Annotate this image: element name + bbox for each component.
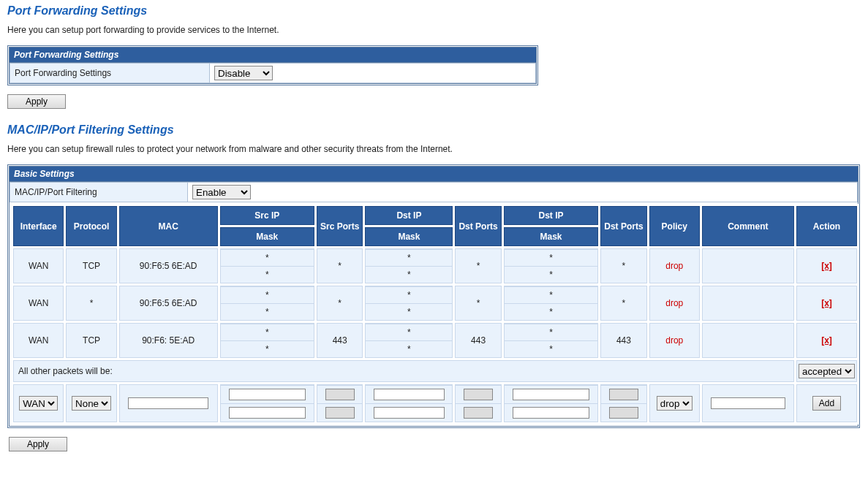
th-interface: Interface xyxy=(13,206,64,246)
add-dstports-input-a[interactable] xyxy=(464,389,493,400)
cell-srcip: ** xyxy=(220,286,314,321)
other-packets-label: All other packets will be: xyxy=(13,360,794,382)
th-mac: MAC xyxy=(119,206,218,246)
cell-action: [x] xyxy=(796,323,857,358)
cell-srcip: ** xyxy=(220,323,314,358)
cell-dstip2-mask: * xyxy=(505,267,597,283)
th-policy: Policy xyxy=(649,206,700,246)
port-forwarding-row-label: Port Forwarding Settings xyxy=(10,64,210,83)
add-srcports-input-b[interactable] xyxy=(325,407,355,419)
cell-protocol: TCP xyxy=(66,248,116,283)
other-packets-select[interactable]: accepted xyxy=(799,364,855,378)
th-srcip: Src IP xyxy=(220,206,314,225)
add-dstmask-input[interactable] xyxy=(374,407,445,419)
cell-dstip2: ** xyxy=(504,286,598,321)
cell-srcip-value: * xyxy=(221,324,314,341)
cell-dstip-value: * xyxy=(366,250,452,267)
cell-dstip: ** xyxy=(365,248,453,283)
filtering-panel: Basic Settings MAC/IP/Port Filtering Ena… xyxy=(7,164,860,428)
port-forwarding-panel: Port Forwarding Settings Port Forwarding… xyxy=(7,45,538,85)
cell-srcip-value: * xyxy=(221,250,314,267)
cell-protocol: TCP xyxy=(66,323,116,358)
add-dstip2-input[interactable] xyxy=(513,389,589,400)
th-srcmask: Mask xyxy=(220,227,314,246)
delete-rule-link[interactable]: [x] xyxy=(821,261,832,271)
port-forwarding-apply-button[interactable]: Apply xyxy=(7,94,66,109)
th-protocol: Protocol xyxy=(66,206,116,246)
filtering-desc: Here you can setup firewall rules to pro… xyxy=(7,144,861,154)
cell-comment xyxy=(702,248,794,283)
filtering-row-label: MAC/IP/Port Filtering xyxy=(10,183,188,202)
cell-dstip: ** xyxy=(365,323,453,358)
delete-rule-link[interactable]: [x] xyxy=(821,298,832,308)
cell-dstip-mask: * xyxy=(366,341,452,358)
cell-interface: WAN xyxy=(13,286,64,321)
table-row: WANTCP90:F6:5 6E:AD*********drop[x] xyxy=(13,248,857,283)
cell-dstip2-value: * xyxy=(505,250,597,267)
add-srcports-input-a[interactable] xyxy=(325,389,355,400)
filtering-title: MAC/IP/Port Filtering Settings xyxy=(7,123,861,137)
cell-srcip-value: * xyxy=(221,287,314,304)
th-comment: Comment xyxy=(702,206,794,246)
delete-rule-link[interactable]: [x] xyxy=(821,335,832,346)
cell-srcip-mask: * xyxy=(221,341,314,358)
cell-srcip-mask: * xyxy=(221,304,314,321)
cell-srcports: * xyxy=(317,286,363,321)
cell-dstports: * xyxy=(455,286,501,321)
add-mac-input[interactable] xyxy=(128,397,208,409)
cell-dstports2: 443 xyxy=(600,323,646,358)
cell-mac: 90:F6:5 6E:AD xyxy=(119,286,218,321)
table-row: WAN*90:F6:5 6E:AD*********drop[x] xyxy=(13,286,857,321)
cell-dstports: 443 xyxy=(455,323,501,358)
port-forwarding-select[interactable]: Disable xyxy=(214,66,273,80)
add-srcmask-input[interactable] xyxy=(229,407,306,419)
add-dstmask2-input[interactable] xyxy=(513,407,589,419)
cell-dstip-mask: * xyxy=(366,267,452,283)
cell-dstip2: ** xyxy=(504,323,598,358)
cell-dstip-mask: * xyxy=(366,304,452,321)
cell-interface: WAN xyxy=(13,248,64,283)
cell-dstip2-value: * xyxy=(505,287,597,304)
th-dstports2: Dst Ports xyxy=(600,206,646,246)
add-dstports2-input-b[interactable] xyxy=(609,407,638,419)
cell-dstip2: ** xyxy=(504,248,598,283)
cell-dstports2: * xyxy=(600,248,646,283)
th-dstip2: Dst IP xyxy=(504,206,598,225)
add-srcip-input[interactable] xyxy=(229,389,306,400)
cell-dstports: * xyxy=(455,248,501,283)
cell-srcip: ** xyxy=(220,248,314,283)
add-protocol-select[interactable]: None xyxy=(72,396,111,411)
add-dstports2-input-a[interactable] xyxy=(609,389,638,400)
cell-srcports: * xyxy=(317,248,363,283)
add-dstip-input[interactable] xyxy=(374,389,445,400)
port-forwarding-desc: Here you can setup port forwarding to pr… xyxy=(7,25,861,35)
cell-comment xyxy=(702,323,794,358)
th-dstmask: Mask xyxy=(365,227,453,246)
add-rule-button[interactable]: Add xyxy=(812,396,841,411)
filtering-apply-button[interactable]: Apply xyxy=(9,437,67,451)
cell-dstip-value: * xyxy=(366,324,452,341)
th-srcports: Src Ports xyxy=(317,206,363,246)
add-interface-select[interactable]: WAN xyxy=(19,396,58,411)
cell-action: [x] xyxy=(796,286,857,321)
port-forwarding-title: Port Forwarding Settings xyxy=(7,4,861,18)
cell-action: [x] xyxy=(796,248,857,283)
cell-interface: WAN xyxy=(13,323,64,358)
th-dstmask2: Mask xyxy=(504,227,598,246)
th-dstip: Dst IP xyxy=(365,206,453,225)
filtering-rules-table: Interface Protocol MAC Src IP Src Ports … xyxy=(11,204,859,424)
add-policy-select[interactable]: drop xyxy=(657,396,692,411)
add-comment-input[interactable] xyxy=(711,397,785,409)
cell-mac: 90:F6:5 6E:AD xyxy=(119,248,218,283)
filtering-enable-select[interactable]: Enable xyxy=(192,185,251,199)
cell-policy: drop xyxy=(649,323,700,358)
cell-srcip-mask: * xyxy=(221,267,314,283)
cell-comment xyxy=(702,286,794,321)
add-dstports-input-b[interactable] xyxy=(464,407,493,419)
cell-policy: drop xyxy=(649,286,700,321)
cell-dstip2-mask: * xyxy=(505,304,597,321)
cell-dstip: ** xyxy=(365,286,453,321)
cell-dstports2: * xyxy=(600,286,646,321)
filtering-panel-title: Basic Settings xyxy=(10,167,858,182)
cell-dstip2-mask: * xyxy=(505,341,597,358)
